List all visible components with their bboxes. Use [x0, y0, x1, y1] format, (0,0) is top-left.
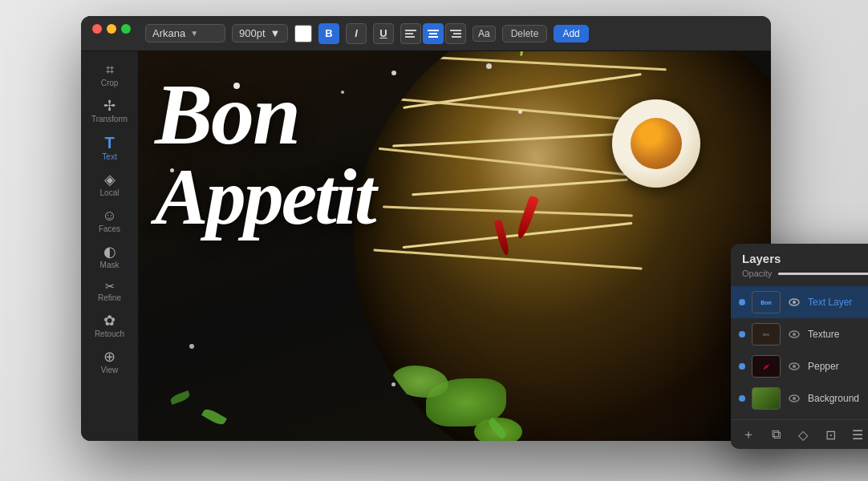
- svg-rect-0: [405, 30, 416, 31]
- sidebar: ⌗ Crop ✢ Transform T Text ◈ Local ☺ Fa: [81, 51, 139, 441]
- paint-splatter: [189, 344, 194, 349]
- sidebar-item-view[interactable]: ⊕ View: [86, 345, 134, 379]
- layer-dot-pepper: [739, 363, 745, 370]
- layer-visibility-texture[interactable]: [787, 327, 801, 342]
- size-chevron-icon: ▼: [270, 27, 281, 39]
- layer-thumb-text: Bon: [752, 291, 781, 313]
- stack-layer-button[interactable]: ☰: [848, 425, 867, 444]
- mask-icon: ◐: [103, 245, 116, 259]
- sidebar-label-text: Text: [102, 152, 116, 161]
- layer-visibility-text[interactable]: [787, 295, 801, 309]
- italic-button[interactable]: I: [346, 23, 367, 44]
- opacity-fill: [778, 273, 868, 275]
- layer-item-texture[interactable]: tex Texture: [731, 318, 868, 350]
- sidebar-item-transform[interactable]: ✢ Transform: [86, 94, 134, 128]
- layer-name-background: Background: [808, 393, 868, 404]
- svg-rect-5: [428, 36, 438, 38]
- sidebar-item-local[interactable]: ◈ Local: [86, 168, 134, 202]
- layer-item-text[interactable]: Bon Text Layer: [731, 286, 868, 318]
- egg-white: [612, 99, 700, 188]
- bold-button[interactable]: B: [318, 23, 339, 44]
- layer-item-pepper[interactable]: 🌶 Pepper: [731, 350, 868, 382]
- paint-splatter: [518, 110, 522, 114]
- layer-dot-text: [739, 299, 745, 305]
- transform-icon: ✢: [103, 99, 116, 113]
- underline-button[interactable]: U: [373, 23, 394, 44]
- svg-rect-1: [405, 33, 413, 34]
- app-container: Arkana ▼ 900pt ▼ B I U: [41, 16, 827, 465]
- layer-item-background[interactable]: Background: [731, 382, 868, 414]
- svg-point-14: [793, 365, 796, 368]
- noodle: [383, 206, 633, 217]
- faces-icon: ☺: [102, 208, 116, 223]
- font-select[interactable]: Arkana ▼: [145, 24, 225, 42]
- layer-dot-texture: [739, 331, 745, 338]
- sidebar-item-faces[interactable]: ☺ Faces: [86, 204, 134, 238]
- text-style-button[interactable]: Aa: [473, 26, 496, 42]
- add-button[interactable]: Add: [554, 25, 588, 42]
- align-right-button[interactable]: [445, 23, 466, 44]
- egg-yolk: [631, 118, 682, 169]
- window-controls: [92, 24, 131, 34]
- bowl: [354, 51, 771, 441]
- layer-name-pepper: Pepper: [808, 361, 868, 372]
- layers-header: Layers Opacity 100: [731, 244, 868, 281]
- delete-button[interactable]: Delete: [502, 25, 548, 42]
- text-line-bon: Bon: [155, 75, 374, 153]
- canvas-area[interactable]: Bon Appetit: [139, 51, 771, 441]
- layers-list: Bon Text Layer tex Texture: [731, 281, 868, 419]
- sprout: [520, 51, 527, 56]
- svg-rect-6: [450, 30, 461, 31]
- align-left-button[interactable]: [400, 23, 421, 44]
- sidebar-item-refine[interactable]: ✂ Refine: [86, 276, 134, 307]
- sidebar-label-refine: Refine: [98, 293, 121, 302]
- opacity-row: Opacity 100: [742, 269, 868, 278]
- layer-name-texture: Texture: [808, 329, 868, 340]
- layer-thumb-background: [752, 387, 781, 410]
- paint-splatter: [486, 63, 492, 69]
- local-icon: ◈: [104, 172, 116, 187]
- toolbar: Arkana ▼ 900pt ▼ B I U: [81, 16, 771, 51]
- retouch-icon: ✿: [103, 313, 116, 328]
- crop-icon: ⌗: [106, 63, 114, 77]
- layer-visibility-background[interactable]: [787, 391, 801, 406]
- sidebar-label-mask: Mask: [100, 261, 120, 269]
- sidebar-item-mask[interactable]: ◐ Mask: [86, 240, 134, 274]
- view-icon: ⊕: [103, 350, 116, 364]
- font-size-value: 900pt: [239, 27, 266, 39]
- layer-dot-background: [739, 395, 745, 402]
- sidebar-label-faces: Faces: [99, 224, 120, 233]
- add-layer-button[interactable]: ＋: [739, 425, 758, 444]
- close-button[interactable]: [92, 24, 102, 34]
- svg-rect-2: [405, 36, 415, 38]
- opacity-slider[interactable]: [778, 273, 868, 275]
- sidebar-label-local: Local: [100, 188, 120, 197]
- duplicate-layer-button[interactable]: ⧉: [766, 425, 785, 444]
- editor-body: ⌗ Crop ✢ Transform T Text ◈ Local ☺ Fa: [81, 51, 771, 441]
- layer-name-text: Text Layer: [808, 297, 868, 308]
- text-line-appetit: Appetit: [155, 161, 374, 233]
- layer-thumb-pepper: 🌶: [752, 355, 781, 378]
- layers-panel: Layers Opacity 100 Bon Text Laye: [731, 244, 868, 449]
- align-center-button[interactable]: [423, 23, 444, 44]
- sidebar-item-crop[interactable]: ⌗ Crop: [86, 58, 134, 92]
- mask-layer-button[interactable]: ◇: [793, 425, 813, 444]
- sidebar-item-text[interactable]: T Text: [86, 130, 134, 166]
- layers-title: Layers: [742, 252, 868, 265]
- sidebar-label-crop: Crop: [101, 79, 119, 87]
- text-overlay[interactable]: Bon Appetit: [155, 75, 374, 233]
- text-icon: T: [104, 135, 114, 151]
- sidebar-label-retouch: Retouch: [95, 329, 124, 338]
- svg-rect-3: [428, 30, 439, 31]
- color-swatch[interactable]: [294, 25, 312, 42]
- group-layer-button[interactable]: ⊡: [821, 425, 840, 444]
- layers-footer: ＋ ⧉ ◇ ⊡ ☰ ⚙: [731, 419, 868, 449]
- minimize-button[interactable]: [107, 24, 116, 34]
- main-window: Arkana ▼ 900pt ▼ B I U: [81, 16, 771, 441]
- layer-thumb-texture: tex: [752, 323, 781, 346]
- font-size-select[interactable]: 900pt ▼: [232, 24, 288, 42]
- sidebar-item-retouch[interactable]: ✿ Retouch: [86, 309, 134, 343]
- svg-point-16: [793, 397, 796, 400]
- layer-visibility-pepper[interactable]: [787, 359, 801, 374]
- maximize-button[interactable]: [121, 24, 131, 34]
